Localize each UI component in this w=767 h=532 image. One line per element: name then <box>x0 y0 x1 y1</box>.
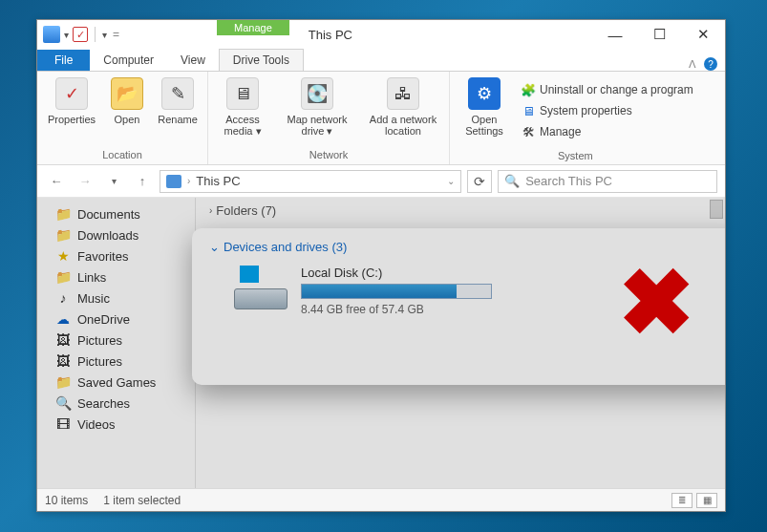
open-settings-button[interactable]: ⚙ Open Settings <box>458 77 511 137</box>
nav-forward-button[interactable]: → <box>74 174 96 188</box>
nav-recent-dropdown[interactable]: ▾ <box>102 176 125 186</box>
system-properties-icon: 🖥 <box>521 103 536 118</box>
properties-icon: ✓ <box>55 77 88 110</box>
sidebar-item[interactable]: 📁Links <box>41 266 191 287</box>
address-bar[interactable]: › This PC ⌄ <box>160 170 461 193</box>
ribbon-collapse-icon[interactable]: ᐱ <box>689 58 696 71</box>
refresh-button[interactable]: ⟳ <box>467 170 492 193</box>
nav-sidebar: 📁Documents📁Downloads★Favorites📁Links♪Mus… <box>37 198 196 488</box>
breadcrumb-dropdown-icon[interactable]: ⌄ <box>447 176 455 186</box>
access-media-label: Access media <box>224 114 259 137</box>
app-icon <box>43 26 60 43</box>
access-media-icon: 🖥 <box>226 77 259 110</box>
add-location-label: Add a network location <box>365 114 441 137</box>
tab-file[interactable]: File <box>37 50 90 71</box>
sidebar-item-label: Saved Games <box>77 375 156 390</box>
nav-back-button[interactable]: ← <box>45 174 68 188</box>
section-folders[interactable]: › Folders (7) <box>196 198 725 222</box>
access-media-button[interactable]: 🖥 Access media ▾ <box>216 77 269 138</box>
search-box[interactable]: 🔍 Search This PC <box>498 170 717 193</box>
qat-dropdown-2-icon[interactable]: ▾ <box>102 30 107 40</box>
ribbon-group-system: ⚙ Open Settings 🧩 Uninstall or change a … <box>450 72 701 164</box>
properties-label: Properties <box>48 114 96 125</box>
close-button[interactable]: ✕ <box>681 20 725 49</box>
sidebar-item[interactable]: 🎞Videos <box>41 414 191 435</box>
drive-usage-fill <box>302 285 457 298</box>
system-properties-link[interactable]: 🖥 System properties <box>521 100 693 121</box>
status-selected-count: 1 item selected <box>103 494 181 507</box>
sidebar-item[interactable]: 🖼Pictures <box>41 330 191 351</box>
qat-overflow-icon[interactable]: = <box>113 28 119 41</box>
view-tiles-button[interactable]: ▦ <box>696 493 717 508</box>
body: 📁Documents📁Downloads★Favorites📁Links♪Mus… <box>37 198 725 488</box>
sidebar-item[interactable]: ★Favorites <box>41 245 191 266</box>
address-row: ← → ▾ ↑ › This PC ⌄ ⟳ 🔍 Search This PC <box>37 165 725 198</box>
window-controls: — ☐ ✕ <box>593 20 725 49</box>
sidebar-item-label: Documents <box>77 207 140 222</box>
sidebar-item[interactable]: ☁OneDrive <box>41 309 191 330</box>
uninstall-label: Uninstall or change a program <box>540 83 693 96</box>
tab-drive-tools[interactable]: Drive Tools <box>219 49 304 71</box>
rename-label: Rename <box>158 114 198 125</box>
manage-label: Manage <box>540 125 581 138</box>
chevron-down-icon: ⌄ <box>209 240 220 254</box>
rename-icon: ✎ <box>161 77 194 110</box>
map-drive-icon: 💽 <box>301 77 333 110</box>
sidebar-item[interactable]: 📁Documents <box>41 203 191 224</box>
add-network-location-button[interactable]: 🖧 Add a network location <box>365 77 441 137</box>
view-details-button[interactable]: ≣ <box>671 493 692 508</box>
search-icon: 🔍 <box>504 174 520 188</box>
titlebar: ▾ ✓ ▾ = Manage This PC — ☐ ✕ <box>37 20 725 49</box>
open-button[interactable]: 📂 Open <box>108 77 146 125</box>
drive-name: Local Disk (C:) <box>301 266 492 280</box>
sidebar-item[interactable]: 🔍Searches <box>41 393 191 414</box>
minimize-button[interactable]: — <box>593 20 637 49</box>
drive-free-text: 8.44 GB free of 57.4 GB <box>301 303 492 316</box>
this-pc-icon <box>166 175 181 188</box>
maximize-button[interactable]: ☐ <box>637 20 681 49</box>
manage-link[interactable]: 🛠 Manage <box>521 121 693 142</box>
sidebar-item-label: Searches <box>77 396 130 411</box>
drive-icon <box>234 266 288 311</box>
sidebar-item-label: Pictures <box>77 354 122 369</box>
sidebar-item-label: Pictures <box>77 333 122 348</box>
sidebar-item[interactable]: 📁Downloads <box>41 224 191 245</box>
sidebar-item-label: Videos <box>77 417 116 432</box>
open-label: Open <box>115 114 140 125</box>
sidebar-item[interactable]: 🖼Pictures <box>41 351 191 372</box>
nav-up-button[interactable]: ↑ <box>131 174 154 188</box>
ribbon-group-network-label: Network <box>208 147 449 164</box>
add-location-icon: 🖧 <box>387 77 419 110</box>
properties-button[interactable]: ✓ Properties <box>45 77 98 125</box>
folder-icon: 📁 <box>54 227 72 243</box>
quick-access-toolbar: ▾ ✓ ▾ = <box>37 20 125 49</box>
ribbon-tabs: File Computer View Drive Tools ᐱ ? <box>37 49 725 72</box>
rename-button[interactable]: ✎ Rename <box>156 77 200 125</box>
content-pane: › Folders (7) ⌄ Devices and drives (3) L… <box>196 198 725 488</box>
qat-properties-icon[interactable]: ✓ <box>73 27 88 42</box>
breadcrumb-this-pc[interactable]: This PC <box>196 174 240 188</box>
ribbon-group-network: 🖥 Access media ▾ 💽 Map network drive ▾ 🖧… <box>208 72 450 164</box>
sidebar-item-label: Downloads <box>77 228 138 243</box>
folder-icon: 📁 <box>54 374 72 390</box>
sidebar-item[interactable]: 📁Saved Games <box>41 372 191 393</box>
ribbon-group-system-label: System <box>450 148 701 165</box>
sidebar-item-label: Links <box>77 270 106 285</box>
scrollbar[interactable] <box>710 200 723 219</box>
devices-panel-highlight: ⌄ Devices and drives (3) Local Disk (C:)… <box>192 228 725 385</box>
help-icon[interactable]: ? <box>704 57 717 71</box>
qat-dropdown-1-icon[interactable]: ▾ <box>64 30 69 40</box>
search-placeholder: Search This PC <box>525 174 612 188</box>
tab-view[interactable]: View <box>167 50 219 71</box>
sidebar-item[interactable]: ♪Music <box>41 287 191 309</box>
sidebar-item-label: Music <box>77 291 110 306</box>
open-icon: 📂 <box>111 77 143 110</box>
uninstall-program-link[interactable]: 🧩 Uninstall or change a program <box>521 79 693 100</box>
contextual-tab-label: Manage <box>217 20 289 35</box>
ribbon: ✓ Properties 📂 Open ✎ Rename Location 🖥 … <box>37 72 725 165</box>
pictures-icon: 🖼 <box>54 332 72 348</box>
system-properties-label: System properties <box>540 104 632 117</box>
tab-computer[interactable]: Computer <box>90 50 167 71</box>
open-settings-label: Open Settings <box>458 114 511 137</box>
map-network-drive-button[interactable]: 💽 Map network drive ▾ <box>279 77 355 138</box>
